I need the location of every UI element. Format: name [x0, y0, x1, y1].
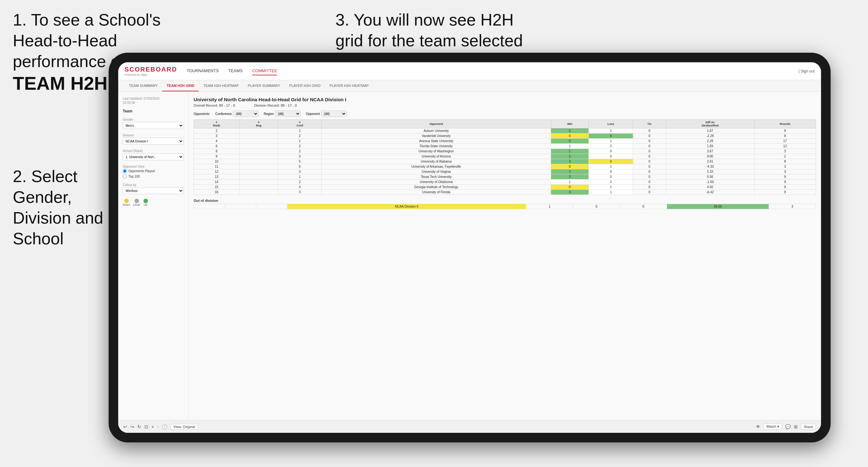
sub-nav-player-h2h-heatmap[interactable]: PLAYER H2H HEATMAP: [325, 80, 373, 91]
td-tie: 0: [633, 133, 666, 138]
td-reg: [239, 149, 278, 154]
td-reg: [239, 175, 278, 180]
td-conf: 2: [278, 180, 321, 185]
opponent-select[interactable]: (All): [321, 111, 347, 117]
td-tie: 0: [633, 154, 666, 159]
th-opponent: Opponent: [321, 120, 551, 128]
td-rounds: 2: [754, 154, 816, 159]
sub-nav-team-h2h-heatmap[interactable]: TEAM H2H HEATMAP: [199, 80, 243, 91]
legend-down: Down: [123, 199, 130, 206]
clock-icon[interactable]: 🕐: [162, 424, 167, 429]
td-rounds: 12: [754, 144, 816, 149]
division-record: Division Record: 88 - 17 - 0: [254, 103, 297, 107]
sub-nav-player-h2h-grid[interactable]: PLAYER H2H GRID: [285, 80, 325, 91]
refresh-icon[interactable]: ↻: [137, 424, 141, 429]
region-label: Region: [264, 112, 274, 116]
td-rounds: 8: [754, 133, 816, 138]
td-opponent: University of Washington: [321, 149, 551, 154]
opponent-label: Opponent: [306, 112, 320, 116]
td-conf: 5: [278, 159, 321, 164]
colour-by-label: Colour by: [123, 183, 184, 187]
td-diff: -1.00: [666, 180, 754, 185]
team-title: Team: [123, 109, 184, 114]
td-reg: [239, 190, 278, 195]
nav-committee[interactable]: COMMITTEE: [252, 67, 277, 75]
td-loss: 0: [589, 175, 633, 180]
gender-select[interactable]: Men's: [123, 122, 184, 129]
td-tie: 0: [633, 180, 666, 185]
main-content: Last Updated: 27/03/2024 16:55:38 Team G…: [118, 92, 821, 420]
conference-label: Conference: [215, 112, 232, 116]
ood-td-blank3: [256, 204, 287, 209]
share-btn[interactable]: Share: [801, 424, 816, 430]
td-diff: -6.42: [666, 190, 754, 195]
watch-btn[interactable]: Watch ▾: [764, 424, 782, 430]
td-conf: 2: [278, 133, 321, 138]
tablet: SCOREBOARD Powered by clippi TOURNAMENTS…: [108, 53, 831, 442]
nav-sign-out[interactable]: | Sign out: [799, 69, 815, 73]
opponent-filter: Opponent (All): [306, 111, 347, 117]
nav-bar: SCOREBOARD Powered by clippi TOURNAMENTS…: [118, 62, 821, 80]
th-tie: Tie: [633, 120, 666, 128]
td-opponent: Arizona State University: [321, 138, 551, 144]
school-label: School (Rank): [123, 149, 184, 153]
crop-icon[interactable]: ⊡: [145, 424, 148, 429]
view-original-btn[interactable]: View: Original: [170, 424, 198, 430]
ood-td-diff: 26.00: [667, 204, 769, 209]
td-win: 3: [551, 190, 589, 195]
sub-nav-player-summary[interactable]: PLAYER SUMMARY: [243, 80, 285, 91]
division-select[interactable]: NCAA Division I: [123, 138, 184, 145]
radio-top100[interactable]: Top 100: [123, 175, 184, 179]
td-conf: 3: [278, 154, 321, 159]
td-reg: [239, 138, 278, 144]
logo-sub: Powered by clippi: [125, 73, 177, 76]
colour-by-select[interactable]: Win/loss: [123, 187, 184, 194]
undo-icon[interactable]: ↩: [123, 424, 127, 429]
radio-opponents-played[interactable]: Opponents Played: [123, 169, 184, 173]
td-diff: 3.67: [666, 149, 754, 154]
td-diff: 9.00: [666, 154, 754, 159]
td-tie: 0: [633, 169, 666, 175]
school-select[interactable]: 1. University of Nort...: [123, 153, 184, 160]
td-opponent: Florida State University: [321, 144, 551, 149]
td-rank: 16: [194, 190, 240, 195]
ood-td-tie: 0: [620, 204, 667, 209]
td-opponent: University of Arizona: [321, 154, 551, 159]
th-diff: Diff AvStrokes/Rnd: [666, 120, 754, 128]
th-conf: #Conf: [278, 120, 321, 128]
td-reg: [239, 169, 278, 175]
filter-row: Opponents: Conference (All) Region (All): [194, 111, 816, 117]
grid-icon[interactable]: ⊞: [794, 424, 798, 429]
td-loss: 1: [589, 185, 633, 190]
td-opponent: University of Virginia: [321, 169, 551, 175]
td-rank: 11: [194, 164, 240, 169]
td-opponent: University of Florida: [321, 190, 551, 195]
td-win: 2: [551, 128, 589, 133]
nav-teams[interactable]: TEAMS: [228, 67, 243, 75]
conference-select[interactable]: (All): [233, 111, 258, 117]
td-rank: 4: [194, 138, 240, 144]
th-reg: #Reg: [239, 120, 278, 128]
sub-nav-team-summary[interactable]: TEAM SUMMARY: [125, 80, 162, 91]
minus-icon[interactable]: -: [157, 424, 159, 429]
comment-icon[interactable]: 💬: [785, 424, 791, 429]
opponents-label: Opponents:: [194, 112, 210, 116]
region-select[interactable]: (All): [275, 111, 301, 117]
ood-td-division: NCAA Division II: [287, 204, 526, 209]
right-content: University of North Carolina Head-to-Hea…: [188, 92, 821, 420]
td-rounds: 9: [754, 190, 816, 195]
td-loss: 0: [589, 149, 633, 154]
td-rank: 3: [194, 133, 240, 138]
team-section: Team: [123, 109, 184, 114]
td-rounds: 17: [754, 138, 816, 144]
table-row: 15 4 Georgia Institute of Technology 0 1…: [194, 185, 816, 190]
color-legend: Down Level Up: [123, 199, 184, 206]
plus-icon[interactable]: +: [151, 424, 154, 429]
table-row: 16 3 University of Florida 3 1 0 -6.42 9: [194, 190, 816, 195]
opponent-view-section: Opponent View Opponents Played Top 100: [123, 165, 184, 179]
redo-icon[interactable]: ↪: [130, 424, 134, 429]
ood-td-rounds: 3: [769, 204, 816, 209]
sub-nav-team-h2h-grid[interactable]: TEAM H2H GRID: [162, 80, 199, 91]
nav-tournaments[interactable]: TOURNAMENTS: [187, 67, 219, 75]
td-rounds: 8: [754, 159, 816, 164]
